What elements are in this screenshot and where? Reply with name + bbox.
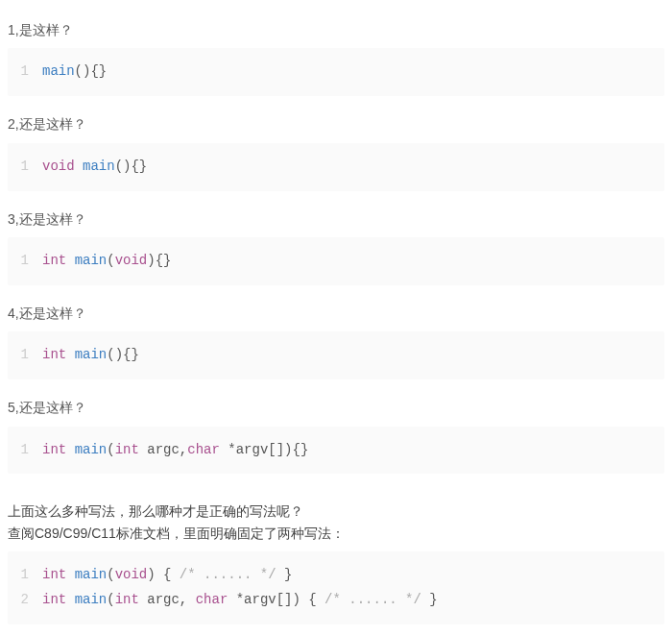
code-content: void main(){}	[42, 155, 147, 180]
paragraph-line-1: 上面这么多种写法，那么哪种才是正确的写法呢？	[8, 501, 664, 522]
token-plain	[66, 253, 74, 268]
token-plain: (	[107, 592, 114, 607]
token-fn: main	[75, 592, 108, 607]
code-block-3: 1 int main(void){}	[8, 237, 664, 285]
token-comment: /* ...... */	[180, 567, 276, 582]
token-plain	[66, 567, 74, 582]
code-content: int main(void) { /* ...... */ }	[42, 563, 293, 588]
token-keyword: int	[42, 567, 66, 582]
explanation-paragraph: 上面这么多种写法，那么哪种才是正确的写法呢？ 查阅C89/C99/C11标准文档…	[8, 501, 664, 544]
token-plain	[66, 442, 74, 457]
question-5-label: 5,还是这样？	[8, 397, 664, 418]
token-fn: main	[75, 442, 108, 457]
token-keyword: int	[115, 442, 139, 457]
paragraph-line-2: 查阅C89/C99/C11标准文档，里面明确固定了两种写法：	[8, 523, 664, 544]
token-plain: *argv[]){}	[220, 442, 308, 457]
token-fn: main	[75, 567, 108, 582]
token-keyword: char	[187, 442, 220, 457]
token-plain	[66, 347, 74, 362]
token-plain: *argv[]) {	[228, 592, 324, 607]
token-keyword: int	[42, 253, 66, 268]
question-2-label: 2,还是这样？	[8, 113, 664, 135]
token-plain: (){}	[107, 347, 139, 362]
code-line: 2 int main(int argc, char *argv[]) { /* …	[8, 588, 664, 613]
token-plain	[75, 159, 83, 174]
token-fn: main	[75, 253, 108, 268]
token-plain: (){}	[115, 159, 148, 174]
line-number: 2	[8, 588, 42, 613]
token-comment: /* ...... */	[324, 592, 421, 607]
line-number: 1	[8, 438, 42, 463]
token-plain: }	[276, 567, 293, 582]
code-content: int main(int argc, char *argv[]) { /* ..…	[42, 588, 438, 613]
token-keyword: void	[42, 159, 75, 174]
token-keyword: void	[115, 253, 148, 268]
code-block-4: 1 int main(){}	[8, 331, 664, 379]
code-line: 1 int main(void) { /* ...... */ }	[8, 563, 664, 588]
token-plain	[66, 592, 74, 607]
line-number: 1	[8, 249, 42, 274]
token-keyword: int	[42, 592, 66, 607]
token-keyword: int	[42, 347, 66, 362]
question-1-label: 1,是这样？	[8, 19, 664, 40]
code-line: 1 void main(){}	[8, 155, 664, 180]
token-plain: (	[107, 253, 114, 268]
code-block-6: 1 int main(void) { /* ...... */ } 2 int …	[8, 551, 664, 624]
line-number: 1	[8, 155, 42, 180]
code-line: 1 main(){}	[8, 60, 664, 85]
token-plain: (	[107, 442, 114, 457]
token-fn: main	[83, 159, 115, 174]
line-number: 1	[8, 60, 42, 85]
token-plain: ) {	[147, 567, 180, 582]
code-line: 1 int main(void){}	[8, 249, 664, 274]
code-content: int main(){}	[42, 343, 139, 368]
token-keyword: int	[115, 592, 139, 607]
token-keyword: void	[115, 567, 148, 582]
question-4-label: 4,还是这样？	[8, 303, 664, 324]
token-fn: main	[42, 63, 75, 79]
line-number: 1	[8, 563, 42, 588]
code-content: int main(void){}	[42, 249, 171, 274]
token-plain: (	[107, 567, 114, 582]
code-line: 1 int main(){}	[8, 343, 664, 368]
code-block-1: 1 main(){}	[8, 48, 664, 96]
token-keyword: int	[42, 442, 66, 457]
code-content: main(){}	[42, 60, 107, 85]
code-block-5: 1 int main(int argc,char *argv[]){}	[8, 427, 664, 475]
token-keyword: char	[196, 592, 228, 607]
token-plain: ){}	[147, 253, 171, 268]
token-plain: argc,	[139, 592, 196, 607]
code-line: 1 int main(int argc,char *argv[]){}	[8, 438, 664, 463]
question-3-label: 3,还是这样？	[8, 208, 664, 230]
line-number: 1	[8, 343, 42, 368]
token-fn: main	[75, 347, 108, 362]
token-plain: argc,	[139, 442, 187, 457]
token-plain: (){}	[75, 63, 108, 79]
code-block-2: 1 void main(){}	[8, 143, 664, 191]
token-plain: }	[421, 592, 438, 607]
code-content: int main(int argc,char *argv[]){}	[42, 438, 308, 463]
